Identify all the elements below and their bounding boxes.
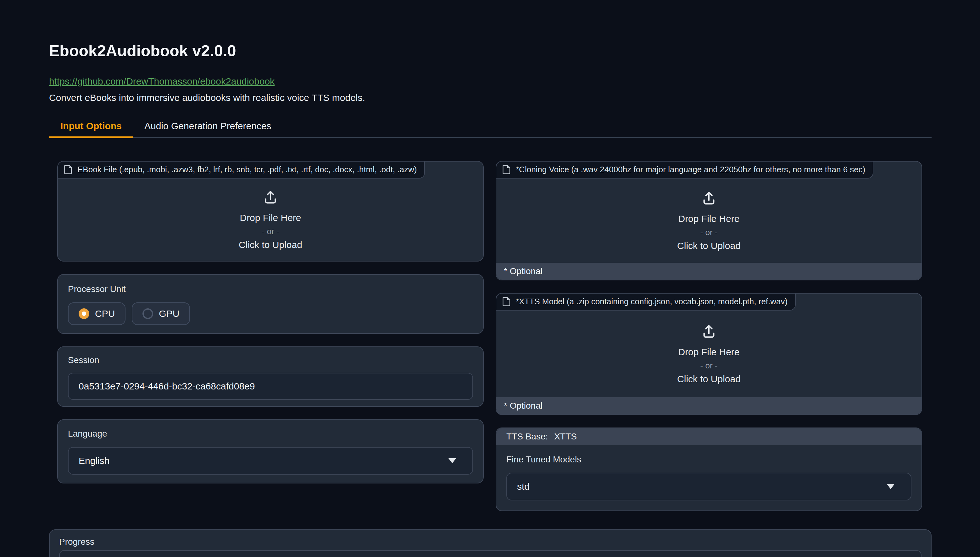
cloning-voice-label: *Cloning Voice (a .wav 24000hz for major…: [496, 161, 873, 179]
radio-cpu[interactable]: CPU: [68, 302, 126, 325]
xtts-model-optional-note: * Optional: [496, 397, 921, 414]
session-input[interactable]: 0a5313e7-0294-446d-bc32-ca68cafd08e9: [68, 373, 473, 400]
click-to-upload-text: Click to Upload: [677, 241, 741, 251]
processor-radio-group: CPU GPU: [68, 302, 473, 325]
tab-input-options[interactable]: Input Options: [49, 116, 133, 137]
cloning-voice-upload: *Cloning Voice (a .wav 24000hz for major…: [496, 161, 922, 280]
progress-input[interactable]: [59, 550, 921, 557]
cloning-voice-dropzone[interactable]: Drop File Here - or - Click to Upload: [496, 179, 921, 263]
radio-cpu-label: CPU: [95, 308, 115, 319]
progress-block: Progress: [49, 529, 931, 557]
session-block: Session 0a5313e7-0294-446d-bc32-ca68cafd…: [57, 346, 484, 407]
document-icon: [502, 165, 511, 174]
cloning-voice-optional-note: * Optional: [496, 263, 921, 280]
fine-tuned-models-label: Fine Tuned Models: [506, 454, 912, 464]
drop-file-here-text: Drop File Here: [678, 347, 739, 357]
tts-base-label: TTS Base:: [506, 432, 548, 441]
upload-icon: [700, 323, 717, 340]
chevron-down-icon: [887, 484, 894, 489]
language-label: Language: [68, 429, 473, 439]
xtts-model-label-text: *XTTS Model (a .zip containing config.js…: [516, 297, 788, 306]
tts-base-value: XTTS: [554, 432, 577, 441]
click-to-upload-text: Click to Upload: [239, 239, 302, 250]
language-value: English: [78, 456, 109, 466]
document-icon: [64, 165, 72, 174]
main-row: EBook File (.epub, .mobi, .azw3, fb2, lr…: [49, 161, 931, 511]
processor-unit-label: Processor Unit: [68, 284, 473, 294]
app-page: Ebook2Audiobook v2.0.0 https://github.co…: [0, 0, 980, 557]
ebook-file-upload: EBook File (.epub, .mobi, .azw3, fb2, lr…: [57, 161, 484, 262]
document-icon: [502, 297, 511, 306]
drop-file-here-text: Drop File Here: [678, 213, 739, 224]
tts-base-group: TTS Base: XTTS Fine Tuned Models std: [496, 427, 922, 511]
cloning-voice-label-text: *Cloning Voice (a .wav 24000hz for major…: [516, 165, 865, 174]
radio-gpu[interactable]: GPU: [132, 302, 190, 325]
fine-tuned-models-value: std: [517, 481, 530, 492]
left-column: EBook File (.epub, .mobi, .azw3, fb2, lr…: [57, 161, 484, 511]
drop-or-text: - or -: [700, 228, 718, 237]
right-column: *Cloning Voice (a .wav 24000hz for major…: [496, 161, 922, 511]
xtts-model-upload: *XTTS Model (a .zip containing config.js…: [496, 293, 922, 415]
fine-tuned-models-dropdown[interactable]: std: [506, 473, 912, 500]
click-to-upload-text: Click to Upload: [677, 374, 741, 384]
drop-file-here-text: Drop File Here: [240, 212, 301, 223]
app-subtitle: Convert eBooks into immersive audiobooks…: [49, 92, 931, 104]
xtts-model-dropzone[interactable]: Drop File Here - or - Click to Upload: [496, 311, 921, 397]
tab-bar: Input Options Audio Generation Preferenc…: [49, 116, 931, 138]
tts-base-header: TTS Base: XTTS: [496, 428, 921, 445]
page-title: Ebook2Audiobook v2.0.0: [49, 0, 931, 60]
radio-selected-icon: [78, 308, 89, 319]
fine-tuned-models-block: Fine Tuned Models std: [496, 445, 921, 510]
upload-icon: [262, 189, 279, 206]
upload-icon: [700, 190, 717, 207]
drop-or-text: - or -: [700, 361, 718, 370]
xtts-model-label: *XTTS Model (a .zip containing config.js…: [496, 293, 796, 311]
chevron-down-icon: [448, 458, 456, 463]
session-label: Session: [68, 355, 473, 365]
processor-unit-block: Processor Unit CPU GPU: [57, 274, 484, 334]
progress-label: Progress: [59, 537, 921, 547]
tab-audio-generation-preferences[interactable]: Audio Generation Preferences: [133, 116, 283, 137]
ebook-file-label-text: EBook File (.epub, .mobi, .azw3, fb2, lr…: [77, 165, 417, 174]
language-block: Language English: [57, 419, 484, 484]
session-value: 0a5313e7-0294-446d-bc32-ca68cafd08e9: [78, 381, 255, 392]
radio-gpu-label: GPU: [159, 308, 179, 319]
ebook-dropzone[interactable]: Drop File Here - or - Click to Upload: [58, 179, 483, 261]
radio-unselected-icon: [142, 308, 153, 319]
drop-or-text: - or -: [262, 227, 279, 236]
language-dropdown[interactable]: English: [68, 447, 473, 475]
github-repo-link[interactable]: https://github.com/DrewThomasson/ebook2a…: [49, 75, 275, 87]
ebook-file-label: EBook File (.epub, .mobi, .azw3, fb2, lr…: [58, 161, 425, 179]
